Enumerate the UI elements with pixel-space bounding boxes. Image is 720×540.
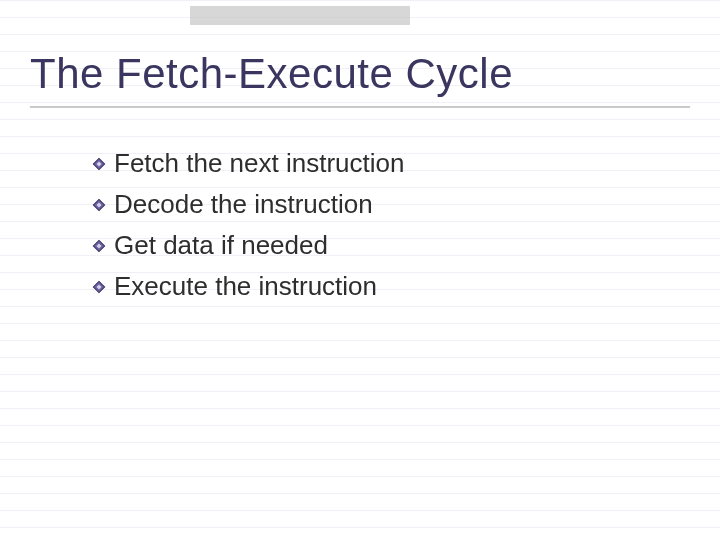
- list-item: Execute the instruction: [92, 269, 690, 304]
- slide-title: The Fetch-Execute Cycle: [30, 50, 690, 108]
- bullet-text: Fetch the next instruction: [114, 146, 404, 181]
- list-item: Decode the instruction: [92, 187, 690, 222]
- list-item: Get data if needed: [92, 228, 690, 263]
- bullet-list: Fetch the next instruction Decode the in…: [92, 146, 690, 304]
- diamond-bullet-icon: [92, 280, 106, 294]
- diamond-bullet-icon: [92, 157, 106, 171]
- list-item: Fetch the next instruction: [92, 146, 690, 181]
- diamond-bullet-icon: [92, 239, 106, 253]
- top-accent-bar: [190, 6, 410, 25]
- bullet-text: Decode the instruction: [114, 187, 373, 222]
- diamond-bullet-icon: [92, 198, 106, 212]
- bullet-text: Execute the instruction: [114, 269, 377, 304]
- slide-content: The Fetch-Execute Cycle Fetch the next i…: [30, 50, 690, 510]
- bullet-text: Get data if needed: [114, 228, 328, 263]
